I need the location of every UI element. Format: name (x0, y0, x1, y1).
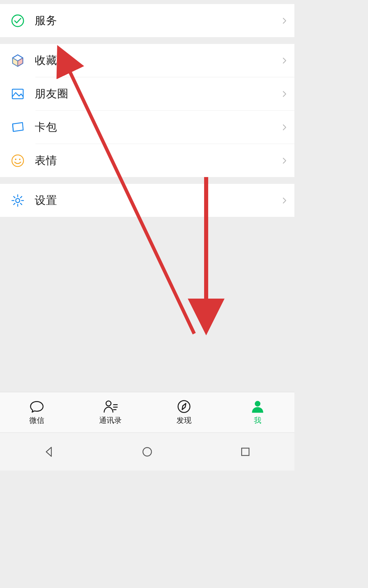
tab-discover[interactable]: 发现 (147, 392, 221, 432)
row-label: 服务 (35, 13, 281, 28)
nav-recent-button[interactable] (235, 442, 256, 462)
row-favorites[interactable]: 收藏 (0, 44, 294, 77)
contacts-icon (103, 399, 118, 414)
cards-icon (11, 121, 25, 134)
tab-label: 微信 (29, 415, 44, 426)
chevron-right-icon (281, 57, 288, 64)
settings-icon (11, 194, 25, 207)
svg-point-4 (19, 158, 20, 160)
row-cards[interactable]: 卡包 (0, 111, 294, 144)
tab-label: 通讯录 (99, 415, 122, 426)
group-services: 服务 (0, 4, 294, 37)
chevron-right-icon (281, 124, 288, 131)
chevron-right-icon (281, 90, 288, 98)
system-navbar (0, 432, 294, 471)
svg-point-3 (15, 158, 16, 160)
chevron-right-icon (281, 157, 288, 164)
spacer (0, 0, 294, 4)
row-label: 收藏 (35, 53, 281, 68)
spacer (0, 177, 294, 184)
row-moments[interactable]: 朋友圈 (0, 77, 294, 110)
tab-me[interactable]: 我 (221, 392, 294, 432)
group-middle: 收藏 朋友圈 (0, 44, 294, 177)
chevron-right-icon (281, 17, 288, 25)
row-settings[interactable]: 设置 (0, 184, 294, 217)
tab-label: 发现 (177, 415, 191, 426)
tabbar: 微信 通讯录 发现 (0, 392, 294, 432)
svg-point-9 (143, 447, 152, 456)
chevron-right-icon (281, 197, 288, 204)
services-icon (11, 14, 25, 28)
row-stickers[interactable]: 表情 (0, 144, 294, 177)
moments-icon (11, 87, 25, 101)
row-services[interactable]: 服务 (0, 4, 294, 37)
tab-wechat[interactable]: 微信 (0, 392, 74, 432)
svg-point-8 (255, 401, 261, 407)
empty-area (0, 217, 294, 392)
svg-point-6 (106, 401, 111, 406)
tab-label: 我 (254, 415, 261, 426)
row-label: 朋友圈 (35, 86, 281, 101)
svg-point-2 (12, 155, 24, 166)
discover-icon (177, 399, 191, 414)
svg-point-7 (178, 401, 190, 413)
row-label: 表情 (35, 153, 281, 168)
group-settings: 设置 (0, 184, 294, 217)
svg-point-0 (12, 15, 24, 27)
spacer (0, 37, 294, 44)
row-label: 设置 (35, 193, 281, 208)
nav-back-button[interactable] (39, 442, 59, 462)
nav-home-button[interactable] (137, 442, 157, 462)
tab-contacts[interactable]: 通讯录 (74, 392, 147, 432)
svg-point-5 (16, 198, 20, 203)
favorites-icon (11, 54, 25, 67)
row-label: 卡包 (35, 120, 281, 135)
svg-rect-10 (242, 448, 249, 456)
stickers-icon (11, 154, 25, 168)
chat-icon (29, 399, 44, 414)
me-icon (250, 399, 265, 414)
